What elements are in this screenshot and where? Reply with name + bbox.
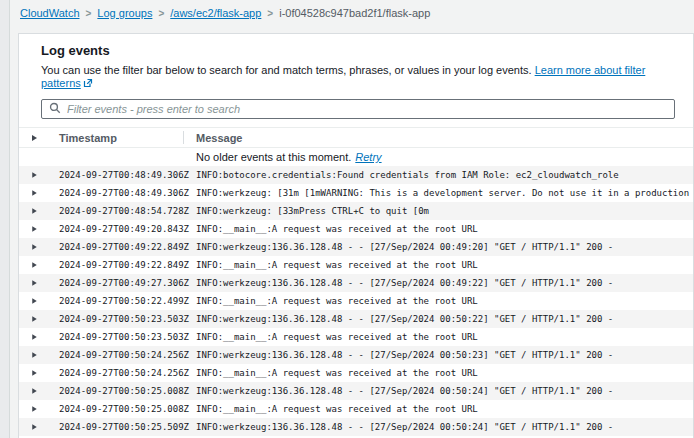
- column-divider: [183, 131, 184, 144]
- row-expander-cell: [19, 244, 59, 250]
- row-timestamp: 2024-09-27T00:50:23.503Z: [59, 314, 183, 324]
- row-timestamp: 2024-09-27T00:50:22.499Z: [59, 296, 183, 306]
- row-message: INFO:__main__:A request was received at …: [183, 404, 693, 414]
- expand-row-arrow-icon[interactable]: [32, 280, 37, 285]
- page-title: Log events: [41, 43, 671, 58]
- row-timestamp: 2024-09-27T00:49:22.849Z: [59, 242, 183, 252]
- row-timestamp: 2024-09-27T00:50:24.256Z: [59, 350, 183, 360]
- filter-events-input[interactable]: [67, 103, 667, 115]
- table-row: 2024-09-27T00:50:23.503Z INFO:__main__:A…: [19, 328, 693, 346]
- table-row: 2024-09-27T00:50:24.256Z INFO:werkzeug:1…: [19, 346, 693, 364]
- row-message: INFO:__main__:A request was received at …: [183, 224, 693, 234]
- no-older-events-text: No older events at this moment.: [196, 151, 351, 163]
- row-message: INFO:werkzeug:136.36.128.48 - - [27/Sep/…: [183, 386, 693, 396]
- expand-row-arrow-icon[interactable]: [32, 244, 37, 249]
- expand-row-arrow-icon[interactable]: [32, 370, 37, 375]
- side-panel-edge: [0, 0, 10, 438]
- breadcrumb-link[interactable]: Log groups: [97, 7, 152, 19]
- row-expander-cell: [19, 406, 59, 412]
- filter-help-text: You can use the filter bar below to sear…: [41, 64, 671, 91]
- row-message: INFO:__main__:A request was received at …: [183, 296, 693, 306]
- table-row: 2024-09-27T00:50:23.503Z INFO:werkzeug:1…: [19, 310, 693, 328]
- search-icon: [49, 100, 61, 118]
- message-column-header: Message: [196, 132, 693, 144]
- row-expander-cell: [19, 316, 59, 322]
- table-row: 2024-09-27T00:48:49.306Z INFO:botocore.c…: [19, 166, 693, 184]
- row-timestamp: 2024-09-27T00:49:20.843Z: [59, 224, 183, 234]
- breadcrumb-link[interactable]: /aws/ec2/flask-app: [170, 7, 261, 19]
- row-expander-cell: [19, 190, 59, 196]
- expand-row-arrow-icon[interactable]: [32, 262, 37, 267]
- expand-row-arrow-icon[interactable]: [32, 208, 37, 213]
- breadcrumb-separator: >: [86, 8, 92, 19]
- row-message: INFO:botocore.credentials:Found credenti…: [183, 170, 693, 180]
- row-timestamp: 2024-09-27T00:48:54.728Z: [59, 206, 183, 216]
- expand-row-arrow-icon[interactable]: [32, 334, 37, 339]
- row-message: INFO:__main__:A request was received at …: [183, 260, 693, 270]
- row-expander-cell: [19, 172, 59, 178]
- row-message: INFO:werkzeug:136.36.128.48 - - [27/Sep/…: [183, 350, 693, 360]
- row-expander-cell: [19, 208, 59, 214]
- row-message: INFO:werkzeug:136.36.128.48 - - [27/Sep/…: [183, 314, 693, 324]
- row-message: INFO:__main__:A request was received at …: [183, 332, 693, 342]
- row-timestamp: 2024-09-27T00:49:22.849Z: [59, 260, 183, 270]
- expand-row-arrow-icon[interactable]: [32, 424, 37, 429]
- row-expander-cell: [19, 388, 59, 394]
- expand-all-cell: [19, 135, 59, 141]
- expand-row-arrow-icon[interactable]: [32, 172, 37, 177]
- table-row: 2024-09-27T00:50:25.008Z INFO:werkzeug:1…: [19, 382, 693, 400]
- log-rows-container: 2024-09-27T00:48:49.306Z INFO:botocore.c…: [19, 166, 693, 438]
- table-row: 2024-09-27T00:49:22.849Z INFO:werkzeug:1…: [19, 238, 693, 256]
- table-row: 2024-09-27T00:50:24.256Z INFO:__main__:A…: [19, 364, 693, 382]
- table-row: 2024-09-27T00:49:20.843Z INFO:__main__:A…: [19, 220, 693, 238]
- row-message: INFO:werkzeug:136.36.128.48 - - [27/Sep/…: [183, 422, 693, 432]
- table-row: 2024-09-27T00:50:25.008Z INFO:__main__:A…: [19, 400, 693, 418]
- expand-all-arrow-icon[interactable]: [32, 135, 37, 141]
- timestamp-column-header: Timestamp: [59, 132, 183, 144]
- expand-row-arrow-icon[interactable]: [32, 388, 37, 393]
- breadcrumb-link[interactable]: CloudWatch: [20, 7, 80, 19]
- table-row: 2024-09-27T00:48:49.306Z INFO:werkzeug: …: [19, 184, 693, 202]
- row-expander-cell: [19, 280, 59, 286]
- no-older-events-row: No older events at this moment. Retry: [19, 148, 693, 166]
- row-timestamp: 2024-09-27T00:50:25.008Z: [59, 386, 183, 396]
- table-row: 2024-09-27T00:49:22.849Z INFO:__main__:A…: [19, 256, 693, 274]
- table-header: Timestamp Message: [19, 127, 693, 148]
- row-message: INFO:werkzeug: [31m [1mWARNING: This is …: [183, 188, 693, 198]
- table-row: 2024-09-27T00:48:54.728Z INFO:werkzeug: …: [19, 202, 693, 220]
- expand-row-arrow-icon[interactable]: [32, 352, 37, 357]
- row-timestamp: 2024-09-27T00:49:27.306Z: [59, 278, 183, 288]
- row-message: INFO:werkzeug:136.36.128.48 - - [27/Sep/…: [183, 242, 693, 252]
- breadcrumb: CloudWatch>Log groups>/aws/ec2/flask-app…: [20, 7, 430, 19]
- expand-row-arrow-icon[interactable]: [32, 226, 37, 231]
- external-link-icon: [83, 78, 93, 91]
- expand-row-arrow-icon[interactable]: [32, 406, 37, 411]
- breadcrumb-separator: >: [158, 8, 164, 19]
- row-expander-cell: [19, 334, 59, 340]
- expand-row-arrow-icon[interactable]: [32, 298, 37, 303]
- row-message: INFO:__main__:A request was received at …: [183, 368, 693, 378]
- table-row: 2024-09-27T00:50:22.499Z INFO:__main__:A…: [19, 292, 693, 310]
- row-timestamp: 2024-09-27T00:48:49.306Z: [59, 188, 183, 198]
- row-timestamp: 2024-09-27T00:50:24.256Z: [59, 368, 183, 378]
- row-expander-cell: [19, 424, 59, 430]
- row-expander-cell: [19, 370, 59, 376]
- row-timestamp: 2024-09-27T00:48:49.306Z: [59, 170, 183, 180]
- row-timestamp: 2024-09-27T00:50:25.509Z: [59, 422, 183, 432]
- row-message: INFO:werkzeug: [33mPress CTRL+C to quit …: [183, 206, 693, 216]
- row-message: INFO:werkzeug:136.36.128.48 - - [27/Sep/…: [183, 278, 693, 288]
- expand-row-arrow-icon[interactable]: [32, 190, 37, 195]
- table-row: 2024-09-27T00:50:25.509Z INFO:werkzeug:1…: [19, 418, 693, 436]
- row-timestamp: 2024-09-27T00:50:25.008Z: [59, 404, 183, 414]
- retry-link[interactable]: Retry: [355, 151, 381, 163]
- row-expander-cell: [19, 352, 59, 358]
- filter-events-searchbar[interactable]: [41, 99, 675, 119]
- row-expander-cell: [19, 298, 59, 304]
- filter-help-sentence: You can use the filter bar below to sear…: [41, 64, 532, 76]
- expand-row-arrow-icon[interactable]: [32, 316, 37, 321]
- row-expander-cell: [19, 262, 59, 268]
- row-timestamp: 2024-09-27T00:50:23.503Z: [59, 332, 183, 342]
- breadcrumb-current: i-0f04528c947bad2f1/flask-app: [279, 7, 430, 19]
- row-expander-cell: [19, 226, 59, 232]
- breadcrumb-separator: >: [267, 8, 273, 19]
